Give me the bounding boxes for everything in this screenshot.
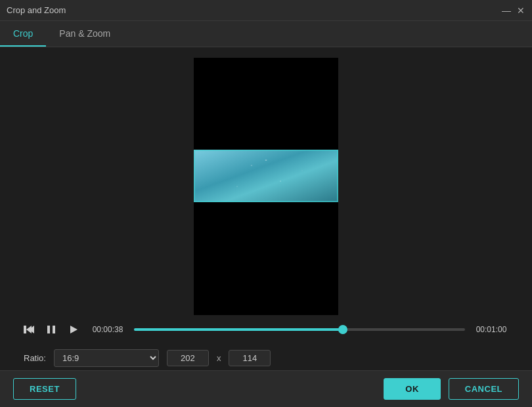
tab-pan-zoom[interactable]: Pan & Zoom (46, 21, 123, 47)
window-controls: — ✕ (502, 6, 525, 15)
height-input[interactable] (229, 350, 271, 366)
svg-rect-4 (53, 326, 55, 333)
total-time: 00:01:00 (472, 325, 511, 334)
right-buttons: OK CANCEL (384, 378, 519, 400)
video-bottom-black (194, 202, 338, 315)
reset-button[interactable]: RESET (13, 378, 76, 400)
progress-bar[interactable] (134, 328, 465, 331)
rewind-button[interactable] (21, 322, 37, 337)
cancel-button[interactable]: CANCEL (449, 378, 519, 400)
pause-button[interactable] (43, 322, 59, 337)
ratio-label: Ratio: (24, 353, 46, 363)
title-bar: Crop and Zoom — ✕ (0, 0, 532, 21)
svg-marker-5 (70, 326, 78, 333)
tab-crop[interactable]: Crop (0, 21, 46, 47)
options-bar: Ratio: Original 16:9 4:3 1:1 9:16 Custom… (11, 344, 521, 372)
playback-controls: 00:00:38 00:01:00 (11, 315, 521, 344)
width-input[interactable] (167, 350, 209, 366)
play-button[interactable] (66, 322, 81, 337)
window-title: Crop and Zoom (7, 5, 502, 15)
footer: RESET OK CANCEL (0, 370, 532, 407)
video-preview (194, 58, 338, 315)
tab-bar: Crop Pan & Zoom (0, 21, 532, 47)
ok-button[interactable]: OK (384, 378, 441, 400)
minimize-button[interactable]: — (502, 6, 511, 15)
progress-thumb (338, 325, 347, 334)
ratio-select[interactable]: Original 16:9 4:3 1:1 9:16 Custom (54, 349, 159, 367)
video-top-black (194, 58, 338, 150)
separator-label: x (217, 353, 221, 363)
main-content: 00:00:38 00:01:00 Ratio: Original 16:9 4… (0, 47, 532, 370)
video-frame (194, 150, 338, 202)
svg-rect-1 (24, 326, 26, 333)
svg-marker-2 (26, 326, 32, 333)
svg-rect-3 (47, 326, 50, 333)
current-time: 00:00:38 (88, 325, 127, 334)
progress-fill (134, 328, 343, 331)
close-button[interactable]: ✕ (516, 6, 525, 15)
